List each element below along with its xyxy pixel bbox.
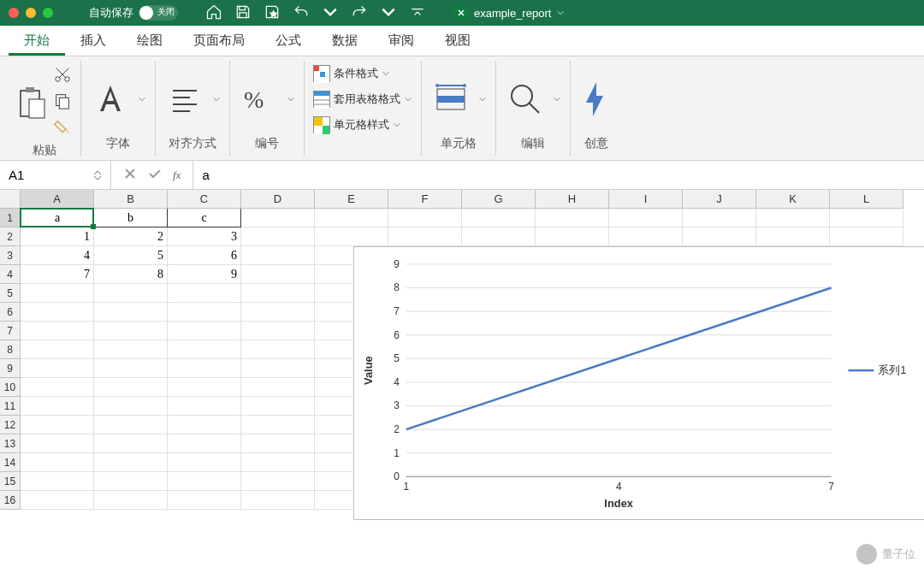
row-header-3[interactable]: 3 bbox=[0, 246, 21, 265]
row-header-8[interactable]: 8 bbox=[0, 340, 21, 359]
autosave-toggle[interactable]: 关闭 bbox=[139, 5, 178, 21]
row-header-14[interactable]: 14 bbox=[0, 453, 21, 472]
row-header-4[interactable]: 4 bbox=[0, 265, 21, 284]
cell[interactable] bbox=[241, 453, 315, 472]
cell[interactable] bbox=[536, 209, 609, 227]
row-header-10[interactable]: 10 bbox=[0, 378, 21, 397]
cell[interactable]: 6 bbox=[168, 246, 241, 265]
accept-formula-icon[interactable] bbox=[147, 166, 163, 184]
cell[interactable] bbox=[756, 227, 830, 246]
cell-style-button[interactable]: 单元格样式 bbox=[313, 116, 412, 133]
embedded-chart[interactable]: 0123456789147IndexValue系列1 bbox=[353, 246, 924, 520]
cell[interactable] bbox=[168, 378, 241, 397]
copy-icon[interactable] bbox=[53, 92, 72, 113]
conditional-format-button[interactable]: 条件格式 bbox=[313, 65, 412, 82]
cell[interactable] bbox=[21, 340, 94, 359]
cell[interactable]: 8 bbox=[94, 265, 168, 284]
name-box-spinner[interactable] bbox=[93, 170, 102, 180]
tab-视图[interactable]: 视图 bbox=[429, 26, 486, 56]
cell[interactable] bbox=[94, 416, 168, 434]
cell[interactable] bbox=[21, 491, 94, 510]
tab-公式[interactable]: 公式 bbox=[260, 26, 317, 56]
cell[interactable]: c bbox=[168, 209, 241, 227]
cells-button[interactable] bbox=[430, 79, 471, 120]
col-header-C[interactable]: C bbox=[168, 190, 241, 209]
qat-customize-icon[interactable] bbox=[409, 3, 426, 23]
cell[interactable] bbox=[241, 434, 315, 453]
format-painter-icon[interactable] bbox=[53, 118, 72, 139]
save-as-icon[interactable] bbox=[264, 3, 281, 23]
cell[interactable] bbox=[21, 397, 94, 416]
row-header-6[interactable]: 6 bbox=[0, 303, 21, 322]
row-header-15[interactable]: 15 bbox=[0, 472, 21, 491]
alignment-button[interactable] bbox=[164, 79, 205, 120]
cell[interactable] bbox=[168, 284, 241, 303]
col-header-K[interactable]: K bbox=[756, 190, 830, 209]
cell[interactable] bbox=[94, 284, 168, 303]
cell[interactable] bbox=[21, 453, 94, 472]
col-header-F[interactable]: F bbox=[388, 190, 462, 209]
row-header-7[interactable]: 7 bbox=[0, 322, 21, 340]
row-header-16[interactable]: 16 bbox=[0, 491, 21, 510]
cell[interactable] bbox=[94, 322, 168, 340]
cell[interactable] bbox=[21, 434, 94, 453]
fx-icon[interactable]: fx bbox=[173, 168, 181, 182]
col-header-D[interactable]: D bbox=[241, 190, 315, 209]
cell[interactable] bbox=[21, 303, 94, 322]
cell[interactable] bbox=[94, 378, 168, 397]
cell[interactable]: 2 bbox=[94, 227, 168, 246]
fill-handle[interactable] bbox=[91, 224, 96, 229]
save-icon[interactable] bbox=[234, 3, 252, 23]
cell[interactable]: a bbox=[21, 209, 94, 227]
cells-area[interactable]: abc123456789 0123456789147IndexValue系列1 bbox=[21, 209, 903, 510]
cell[interactable] bbox=[241, 340, 315, 359]
cell[interactable] bbox=[21, 359, 94, 378]
cancel-formula-icon[interactable] bbox=[123, 167, 137, 183]
chevron-down-icon[interactable] bbox=[138, 95, 146, 103]
cell[interactable] bbox=[462, 209, 536, 227]
chevron-down-icon[interactable] bbox=[212, 95, 221, 103]
table-format-button[interactable]: 套用表格格式 bbox=[313, 91, 412, 108]
cell[interactable] bbox=[21, 284, 94, 303]
cell[interactable] bbox=[830, 227, 903, 246]
cell[interactable] bbox=[241, 416, 315, 434]
row-header-2[interactable]: 2 bbox=[0, 227, 21, 246]
col-header-B[interactable]: B bbox=[94, 190, 168, 209]
cell[interactable] bbox=[168, 322, 241, 340]
cell[interactable] bbox=[241, 472, 315, 491]
col-header-I[interactable]: I bbox=[609, 190, 683, 209]
find-button[interactable] bbox=[505, 79, 546, 120]
cell[interactable] bbox=[241, 246, 315, 265]
col-header-L[interactable]: L bbox=[830, 190, 903, 209]
cell[interactable]: b bbox=[94, 209, 168, 227]
col-header-E[interactable]: E bbox=[315, 190, 388, 209]
cell[interactable] bbox=[168, 359, 241, 378]
filename-area[interactable]: example_report bbox=[453, 5, 565, 21]
cell[interactable] bbox=[830, 209, 903, 227]
chevron-down-icon[interactable] bbox=[322, 3, 339, 23]
cell[interactable] bbox=[241, 265, 315, 284]
row-header-11[interactable]: 11 bbox=[0, 397, 21, 416]
tab-插入[interactable]: 插入 bbox=[65, 26, 121, 56]
col-header-H[interactable]: H bbox=[536, 190, 609, 209]
cell[interactable] bbox=[21, 378, 94, 397]
chevron-down-icon[interactable] bbox=[556, 9, 565, 17]
number-format-button[interactable]: % bbox=[239, 79, 280, 120]
row-header-1[interactable]: 1 bbox=[0, 209, 21, 227]
cell[interactable] bbox=[94, 340, 168, 359]
cell[interactable] bbox=[241, 378, 315, 397]
cell[interactable] bbox=[241, 359, 315, 378]
cell[interactable]: 5 bbox=[94, 246, 168, 265]
cell[interactable] bbox=[168, 397, 241, 416]
close-window-button[interactable] bbox=[9, 8, 19, 18]
cell[interactable] bbox=[168, 416, 241, 434]
cell[interactable] bbox=[241, 227, 315, 246]
chevron-down-icon[interactable] bbox=[380, 3, 397, 23]
chevron-down-icon[interactable] bbox=[478, 95, 487, 103]
cell[interactable]: 9 bbox=[168, 265, 241, 284]
home-icon[interactable] bbox=[205, 3, 222, 23]
cell[interactable] bbox=[168, 453, 241, 472]
cell[interactable] bbox=[241, 491, 315, 510]
minimize-window-button[interactable] bbox=[26, 8, 36, 18]
cell[interactable] bbox=[21, 472, 94, 491]
